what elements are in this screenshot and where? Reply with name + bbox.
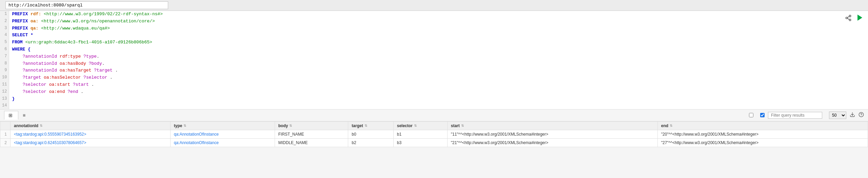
code-line[interactable]: FROM <urn:graph:6ddac4c3-fbc1-4016-a107-… bbox=[9, 39, 868, 46]
line-number: 5 bbox=[0, 39, 9, 46]
th-start[interactable]: start ⇅ bbox=[447, 121, 657, 130]
editor-line: 5FROM <urn:graph:6ddac4c3-fbc1-4016-a107… bbox=[0, 39, 868, 46]
editor-line: 7 ?annotationId rdf:type ?type. bbox=[0, 53, 868, 60]
code-line[interactable]: PREFIX rdf: <http://www.w3.org/1999/02/2… bbox=[9, 11, 868, 18]
cell-target: b0 bbox=[348, 130, 393, 138]
code-line[interactable]: ?target oa:hasSelector ?selector . bbox=[9, 74, 868, 81]
run-button[interactable] bbox=[856, 14, 864, 24]
url-input[interactable] bbox=[5, 1, 168, 9]
cell-type[interactable]: qa:AnnotationOfInstance bbox=[170, 130, 275, 138]
line-number: 9 bbox=[0, 67, 9, 74]
svg-line-4 bbox=[847, 16, 849, 17]
th-type[interactable]: type ⇅ bbox=[170, 121, 275, 130]
code-line[interactable]: WHERE { bbox=[9, 46, 868, 53]
cell-annotationId[interactable]: <tag:stardog:api:0.5555907345163952> bbox=[11, 130, 171, 138]
code-line[interactable] bbox=[9, 102, 868, 109]
editor-line: 10 ?target oa:hasSelector ?selector . bbox=[0, 74, 868, 81]
th-target[interactable]: target ⇅ bbox=[348, 121, 393, 130]
line-number: 3 bbox=[0, 25, 9, 32]
line-number: 7 bbox=[0, 53, 9, 60]
line-number: 8 bbox=[0, 60, 9, 67]
sort-icon-annotationId[interactable]: ⇅ bbox=[40, 124, 42, 127]
line-number: 13 bbox=[0, 96, 9, 103]
editor-area: 1PREFIX rdf: <http://www.w3.org/1999/02/… bbox=[0, 11, 868, 110]
editor-line: 14 bbox=[0, 102, 868, 109]
cell-end: "20"^^<http://www.w3.org/2001/XMLSchema#… bbox=[657, 130, 868, 138]
response-tab-icon: ≡ bbox=[23, 113, 25, 118]
download-button[interactable] bbox=[850, 112, 855, 119]
results-table: annotationId ⇅type ⇅body ⇅target ⇅select… bbox=[0, 121, 868, 147]
code-line[interactable]: } bbox=[9, 96, 868, 103]
sort-icon-start[interactable]: ⇅ bbox=[461, 124, 464, 127]
cell-type[interactable]: qa:AnnotationOfInstance bbox=[170, 138, 275, 147]
th-end[interactable]: end ⇅ bbox=[657, 121, 868, 130]
svg-line-3 bbox=[847, 18, 849, 19]
type-link[interactable]: qa:AnnotationOfInstance bbox=[174, 140, 219, 145]
editor-line: 8 ?annotationId oa:hasBody ?body. bbox=[0, 60, 868, 67]
help-button[interactable] bbox=[859, 112, 864, 119]
annotationId-link[interactable]: <tag:stardog:api:0.6245103078064657> bbox=[14, 140, 86, 145]
sort-icon-target[interactable]: ⇅ bbox=[364, 124, 367, 127]
svg-marker-5 bbox=[857, 15, 862, 21]
code-line[interactable]: ?selector oa:start ?start . bbox=[9, 81, 868, 88]
code-line[interactable]: ?selector oa:end ?end . bbox=[9, 88, 868, 96]
editor-line: 1PREFIX rdf: <http://www.w3.org/1999/02/… bbox=[0, 11, 868, 18]
table-row: 2<tag:stardog:api:0.6245103078064657>qa:… bbox=[0, 138, 868, 147]
code-line[interactable]: PREFIX qa: <http://www.wdaqua.eu/qa#> bbox=[9, 25, 868, 32]
ellipse-checkbox[interactable] bbox=[760, 113, 765, 117]
line-number: 12 bbox=[0, 88, 9, 96]
page-size-select[interactable]: 102550100200 bbox=[829, 112, 846, 119]
editor-line: 2PREFIX oa: <http://www.w3.org/ns/openan… bbox=[0, 18, 868, 25]
code-line[interactable]: ?annotationId rdf:type ?type. bbox=[9, 53, 868, 60]
sort-icon-type[interactable]: ⇅ bbox=[183, 124, 186, 127]
table-row: 1<tag:stardog:api:0.5555907345163952>qa:… bbox=[0, 130, 868, 138]
line-number: 10 bbox=[0, 74, 9, 81]
filter-input[interactable] bbox=[768, 112, 822, 119]
editor-line: 9 ?annotationId oa:hasTarget ?target . bbox=[0, 67, 868, 74]
row-number: 1 bbox=[0, 130, 11, 138]
row-number: 2 bbox=[0, 138, 11, 147]
th-body[interactable]: body ⇅ bbox=[275, 121, 348, 130]
code-line[interactable]: PREFIX oa: <http://www.w3.org/ns/openann… bbox=[9, 18, 868, 25]
th-selector[interactable]: selector ⇅ bbox=[393, 121, 447, 130]
editor-line: 11 ?selector oa:start ?start . bbox=[0, 81, 868, 88]
sort-icon-body[interactable]: ⇅ bbox=[289, 124, 292, 127]
editor-line: 12 ?selector oa:end ?end . bbox=[0, 88, 868, 96]
line-number: 4 bbox=[0, 32, 9, 39]
editor-table: 1PREFIX rdf: <http://www.w3.org/1999/02/… bbox=[0, 11, 868, 109]
th-row_num bbox=[0, 121, 11, 130]
th-annotationId[interactable]: annotationId ⇅ bbox=[11, 121, 171, 130]
line-number: 11 bbox=[0, 81, 9, 88]
cell-selector: b1 bbox=[393, 130, 447, 138]
cell-start: "21"^^<http://www.w3.org/2001/XMLSchema#… bbox=[447, 138, 657, 147]
results-section: annotationId ⇅type ⇅body ⇅target ⇅select… bbox=[0, 121, 868, 147]
simple-view-checkbox[interactable] bbox=[749, 113, 753, 117]
code-line[interactable]: ?annotationId oa:hasBody ?body. bbox=[9, 60, 868, 67]
code-line[interactable]: ?annotationId oa:hasTarget ?target . bbox=[9, 67, 868, 74]
top-bar bbox=[0, 0, 868, 11]
cell-body: FIRST_NAME bbox=[275, 130, 348, 138]
table-tab-icon: ⊞ bbox=[8, 113, 13, 118]
editor-line: 3PREFIX qa: <http://www.wdaqua.eu/qa#> bbox=[0, 25, 868, 32]
editor-line: 6WHERE { bbox=[0, 46, 868, 53]
share-button[interactable] bbox=[845, 15, 852, 23]
tab-table[interactable]: ⊞ bbox=[4, 111, 18, 120]
tab-response[interactable]: ≡ bbox=[18, 111, 31, 120]
editor-actions bbox=[845, 14, 864, 24]
editor-line: 4SELECT * bbox=[0, 32, 868, 39]
cell-selector: b3 bbox=[393, 138, 447, 147]
line-number: 6 bbox=[0, 46, 9, 53]
sort-icon-end[interactable]: ⇅ bbox=[670, 124, 672, 127]
editor-line: 13} bbox=[0, 96, 868, 103]
tabs-bar: ⊞ ≡ 102550100200 bbox=[0, 110, 868, 121]
cell-body: MIDDLE_NAME bbox=[275, 138, 348, 147]
type-link[interactable]: qa:AnnotationOfInstance bbox=[174, 132, 219, 137]
line-number: 14 bbox=[0, 102, 9, 109]
cell-target: b2 bbox=[348, 138, 393, 147]
annotationId-link[interactable]: <tag:stardog:api:0.5555907345163952> bbox=[14, 132, 86, 137]
cell-annotationId[interactable]: <tag:stardog:api:0.6245103078064657> bbox=[11, 138, 171, 147]
sort-icon-selector[interactable]: ⇅ bbox=[414, 124, 417, 127]
cell-end: "27"^^<http://www.w3.org/2001/XMLSchema#… bbox=[657, 138, 868, 147]
toolbar-right: 102550100200 bbox=[746, 112, 864, 119]
code-line[interactable]: SELECT * bbox=[9, 32, 868, 39]
